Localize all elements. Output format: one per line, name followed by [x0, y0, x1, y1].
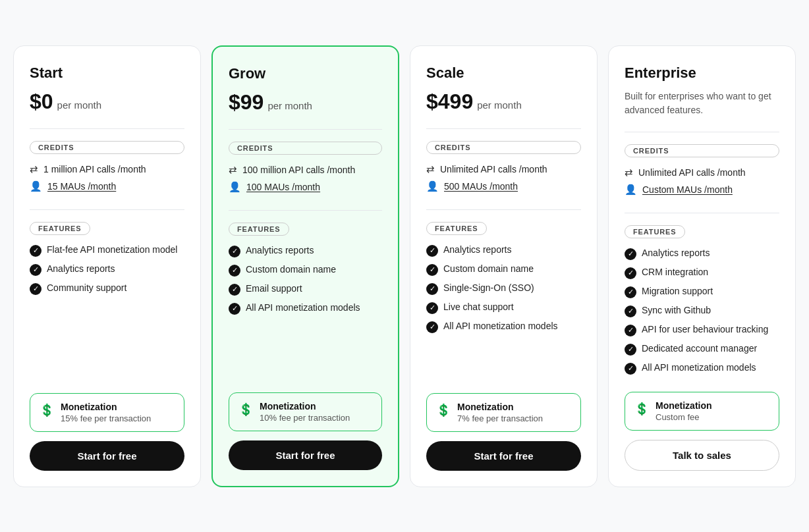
features-section-scale: FEATURES ✓ Analytics reports ✓ Custom do…: [426, 222, 581, 383]
credits-badge-start: CREDITS: [30, 141, 184, 154]
plan-card-enterprise: Enterprise Built for enterprises who wan…: [608, 45, 796, 487]
feature-text-scale-1: Custom domain name: [443, 263, 534, 274]
plan-card-start: Start $0 per month CREDITS ⇄ 1 million A…: [13, 45, 201, 487]
feature-text-start-1: Analytics reports: [47, 263, 115, 274]
api-calls-item-start: ⇄ 1 million API calls /month: [30, 163, 184, 175]
monetization-desc-start: 15% fee per transaction: [61, 413, 151, 423]
features-section-grow: FEATURES ✓ Analytics reports ✓ Custom do…: [229, 223, 382, 382]
divider-credits-scale: [426, 128, 581, 129]
plan-price-row-grow: $99 per month: [229, 90, 382, 115]
check-icon-start-0: ✓: [30, 245, 42, 257]
feature-text-enterprise-5: Dedicated account manager: [642, 343, 757, 354]
check-icon-grow-2: ✓: [229, 284, 240, 296]
divider-features-grow: [229, 210, 382, 211]
features-section-enterprise: FEATURES ✓ Analytics reports ✓ CRM integ…: [625, 225, 779, 381]
check-icon-scale-4: ✓: [426, 321, 438, 333]
user-icon-start: 👤: [30, 180, 42, 192]
monetization-desc-enterprise: Custom fee: [656, 412, 712, 422]
monetization-box-grow: 💲 Monetization 10% fee per transaction: [229, 392, 382, 431]
monetization-title-start: Monetization: [61, 402, 151, 412]
pricing-grid: Start $0 per month CREDITS ⇄ 1 million A…: [13, 45, 796, 487]
features-badge-scale: FEATURES: [426, 222, 487, 235]
monetization-content-enterprise: Monetization Custom fee: [656, 400, 712, 422]
maus-item-start: 👤 15 MAUs /month: [30, 180, 184, 192]
check-icon-grow-3: ✓: [229, 303, 240, 315]
feature-item-scale-4: ✓ All API monetization models: [426, 321, 581, 333]
api-calls-item-scale: ⇄ Unlimited API calls /month: [426, 163, 581, 175]
feature-item-grow-0: ✓ Analytics reports: [229, 245, 382, 257]
monetization-content-start: Monetization 15% fee per transaction: [61, 402, 151, 423]
feature-text-grow-3: All API monetization models: [246, 302, 360, 313]
user-icon-scale: 👤: [426, 180, 439, 192]
feature-item-grow-2: ✓ Email support: [229, 283, 382, 296]
credits-list-grow: ⇄ 100 million API calls /month 👤 100 MAU…: [229, 164, 382, 198]
feature-item-start-0: ✓ Flat-fee API monetization model: [30, 244, 184, 257]
maus-text-start: 15 MAUs /month: [47, 181, 116, 192]
user-icon-enterprise: 👤: [625, 184, 637, 196]
feature-text-scale-2: Single-Sign-On (SSO): [443, 282, 534, 293]
monetization-desc-grow: 10% fee per transaction: [260, 413, 350, 423]
check-icon-enterprise-2: ✓: [625, 286, 636, 298]
plan-period-scale: per month: [477, 99, 522, 111]
feature-text-grow-0: Analytics reports: [246, 245, 314, 255]
feature-text-scale-4: All API monetization models: [443, 321, 558, 331]
dollar-icon-grow: 💲: [238, 402, 253, 417]
plan-price-grow: $99: [229, 90, 264, 115]
check-icon-enterprise-3: ✓: [625, 306, 636, 317]
feature-text-grow-2: Email support: [246, 283, 302, 294]
credits-list-start: ⇄ 1 million API calls /month 👤 15 MAUs /…: [30, 163, 184, 198]
feature-text-enterprise-6: All API monetization models: [642, 362, 756, 373]
plan-name-scale: Scale: [426, 65, 581, 82]
monetization-title-grow: Monetization: [260, 401, 350, 412]
feature-item-enterprise-6: ✓ All API monetization models: [625, 362, 779, 375]
dollar-icon-scale: 💲: [436, 403, 451, 417]
feature-item-start-2: ✓ Community support: [30, 282, 184, 295]
api-calls-item-grow: ⇄ 100 million API calls /month: [229, 164, 382, 176]
cta-button-enterprise[interactable]: Talk to sales: [625, 440, 779, 471]
api-calls-text-grow: 100 million API calls /month: [242, 165, 355, 175]
feature-text-scale-3: Live chat support: [443, 302, 514, 312]
credits-badge-grow: CREDITS: [229, 142, 382, 155]
transfer-icon-enterprise: ⇄: [625, 167, 633, 178]
cta-button-grow[interactable]: Start for free: [229, 440, 382, 470]
feature-item-enterprise-1: ✓ CRM integration: [625, 267, 779, 279]
cta-button-scale[interactable]: Start for free: [426, 441, 581, 471]
feature-text-start-0: Flat-fee API monetization model: [47, 244, 177, 255]
api-calls-text-start: 1 million API calls /month: [43, 164, 146, 174]
maus-item-grow: 👤 100 MAUs /month: [229, 181, 382, 193]
feature-list-scale: ✓ Analytics reports ✓ Custom domain name…: [426, 244, 581, 333]
feature-item-scale-1: ✓ Custom domain name: [426, 263, 581, 276]
feature-text-enterprise-1: CRM integration: [642, 267, 708, 277]
cta-button-start[interactable]: Start for free: [30, 441, 184, 471]
check-icon-scale-1: ✓: [426, 264, 438, 276]
features-badge-grow: FEATURES: [229, 223, 289, 236]
feature-item-scale-3: ✓ Live chat support: [426, 302, 581, 314]
feature-item-enterprise-4: ✓ API for user behaviour tracking: [625, 324, 779, 336]
plan-subtitle-enterprise: Built for enterprises who want to get ad…: [625, 90, 779, 117]
feature-item-start-1: ✓ Analytics reports: [30, 263, 184, 276]
transfer-icon-start: ⇄: [30, 163, 38, 175]
feature-item-scale-2: ✓ Single-Sign-On (SSO): [426, 282, 581, 295]
check-icon-grow-0: ✓: [229, 246, 240, 257]
monetization-desc-scale: 7% fee per transaction: [457, 413, 543, 423]
plan-price-row-start: $0 per month: [30, 90, 184, 114]
plan-period-start: per month: [57, 99, 102, 111]
feature-text-enterprise-0: Analytics reports: [642, 248, 710, 258]
check-icon-grow-1: ✓: [229, 265, 240, 277]
credits-list-enterprise: ⇄ Unlimited API calls /month 👤 Custom MA…: [625, 167, 779, 201]
feature-item-enterprise-5: ✓ Dedicated account manager: [625, 343, 779, 356]
check-icon-enterprise-1: ✓: [625, 267, 636, 279]
check-icon-enterprise-5: ✓: [625, 344, 636, 356]
check-icon-scale-2: ✓: [426, 283, 438, 295]
feature-list-enterprise: ✓ Analytics reports ✓ CRM integration ✓ …: [625, 248, 779, 375]
check-icon-enterprise-4: ✓: [625, 325, 636, 336]
features-badge-enterprise: FEATURES: [625, 225, 685, 238]
divider-features-scale: [426, 209, 581, 210]
monetization-box-scale: 💲 Monetization 7% fee per transaction: [426, 393, 581, 432]
check-icon-start-2: ✓: [30, 283, 42, 295]
user-icon-grow: 👤: [229, 181, 241, 193]
plan-name-enterprise: Enterprise: [625, 65, 779, 82]
features-badge-start: FEATURES: [30, 222, 90, 235]
plan-name-grow: Grow: [229, 65, 382, 82]
divider-credits-enterprise: [625, 132, 779, 132]
